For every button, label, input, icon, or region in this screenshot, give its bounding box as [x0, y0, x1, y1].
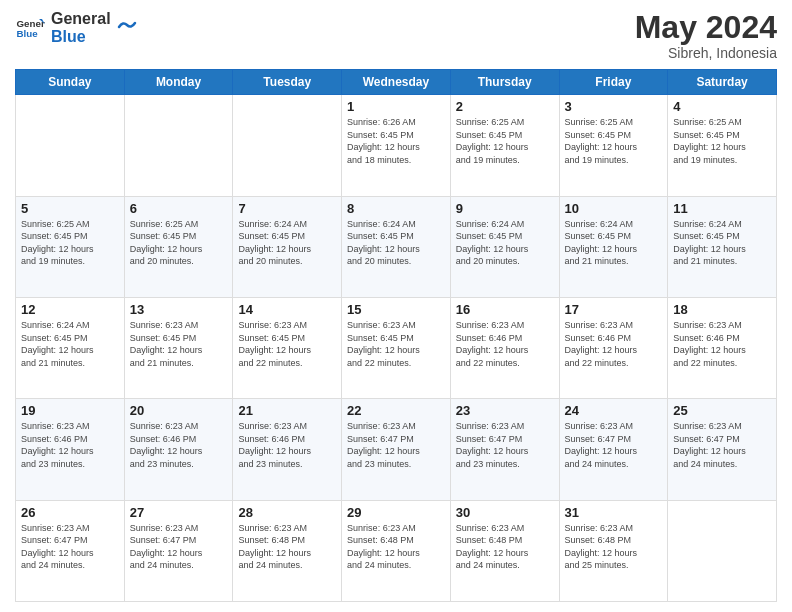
calendar-week-row: 12Sunrise: 6:24 AM Sunset: 6:45 PM Dayli… — [16, 297, 777, 398]
day-number: 4 — [673, 99, 771, 114]
day-info: Sunrise: 6:23 AM Sunset: 6:47 PM Dayligh… — [21, 522, 119, 572]
table-row: 16Sunrise: 6:23 AM Sunset: 6:46 PM Dayli… — [450, 297, 559, 398]
day-info: Sunrise: 6:23 AM Sunset: 6:48 PM Dayligh… — [238, 522, 336, 572]
day-number: 24 — [565, 403, 663, 418]
day-number: 29 — [347, 505, 445, 520]
location: Sibreh, Indonesia — [635, 45, 777, 61]
day-info: Sunrise: 6:23 AM Sunset: 6:46 PM Dayligh… — [565, 319, 663, 369]
day-info: Sunrise: 6:23 AM Sunset: 6:46 PM Dayligh… — [456, 319, 554, 369]
table-row: 4Sunrise: 6:25 AM Sunset: 6:45 PM Daylig… — [668, 95, 777, 196]
calendar-table: Sunday Monday Tuesday Wednesday Thursday… — [15, 69, 777, 602]
day-info: Sunrise: 6:24 AM Sunset: 6:45 PM Dayligh… — [673, 218, 771, 268]
logo-icon: General Blue — [15, 13, 45, 43]
day-number: 20 — [130, 403, 228, 418]
day-number: 21 — [238, 403, 336, 418]
month-year: May 2024 — [635, 10, 777, 45]
day-info: Sunrise: 6:23 AM Sunset: 6:47 PM Dayligh… — [673, 420, 771, 470]
day-info: Sunrise: 6:23 AM Sunset: 6:47 PM Dayligh… — [565, 420, 663, 470]
col-friday: Friday — [559, 70, 668, 95]
day-number: 26 — [21, 505, 119, 520]
day-info: Sunrise: 6:23 AM Sunset: 6:48 PM Dayligh… — [565, 522, 663, 572]
day-info: Sunrise: 6:23 AM Sunset: 6:46 PM Dayligh… — [673, 319, 771, 369]
logo-subtext: Blue — [51, 28, 111, 46]
table-row: 26Sunrise: 6:23 AM Sunset: 6:47 PM Dayli… — [16, 500, 125, 601]
day-number: 12 — [21, 302, 119, 317]
col-monday: Monday — [124, 70, 233, 95]
table-row: 1Sunrise: 6:26 AM Sunset: 6:45 PM Daylig… — [342, 95, 451, 196]
calendar-week-row: 1Sunrise: 6:26 AM Sunset: 6:45 PM Daylig… — [16, 95, 777, 196]
day-number: 3 — [565, 99, 663, 114]
table-row — [233, 95, 342, 196]
day-number: 14 — [238, 302, 336, 317]
table-row: 13Sunrise: 6:23 AM Sunset: 6:45 PM Dayli… — [124, 297, 233, 398]
table-row: 17Sunrise: 6:23 AM Sunset: 6:46 PM Dayli… — [559, 297, 668, 398]
table-row — [16, 95, 125, 196]
table-row: 21Sunrise: 6:23 AM Sunset: 6:46 PM Dayli… — [233, 399, 342, 500]
table-row: 22Sunrise: 6:23 AM Sunset: 6:47 PM Dayli… — [342, 399, 451, 500]
day-info: Sunrise: 6:23 AM Sunset: 6:45 PM Dayligh… — [238, 319, 336, 369]
col-sunday: Sunday — [16, 70, 125, 95]
day-info: Sunrise: 6:24 AM Sunset: 6:45 PM Dayligh… — [347, 218, 445, 268]
table-row: 9Sunrise: 6:24 AM Sunset: 6:45 PM Daylig… — [450, 196, 559, 297]
table-row: 28Sunrise: 6:23 AM Sunset: 6:48 PM Dayli… — [233, 500, 342, 601]
day-number: 17 — [565, 302, 663, 317]
table-row: 31Sunrise: 6:23 AM Sunset: 6:48 PM Dayli… — [559, 500, 668, 601]
day-number: 15 — [347, 302, 445, 317]
table-row: 19Sunrise: 6:23 AM Sunset: 6:46 PM Dayli… — [16, 399, 125, 500]
table-row: 2Sunrise: 6:25 AM Sunset: 6:45 PM Daylig… — [450, 95, 559, 196]
col-tuesday: Tuesday — [233, 70, 342, 95]
day-number: 28 — [238, 505, 336, 520]
day-info: Sunrise: 6:23 AM Sunset: 6:46 PM Dayligh… — [130, 420, 228, 470]
table-row: 20Sunrise: 6:23 AM Sunset: 6:46 PM Dayli… — [124, 399, 233, 500]
calendar-week-row: 26Sunrise: 6:23 AM Sunset: 6:47 PM Dayli… — [16, 500, 777, 601]
day-number: 5 — [21, 201, 119, 216]
table-row: 12Sunrise: 6:24 AM Sunset: 6:45 PM Dayli… — [16, 297, 125, 398]
col-thursday: Thursday — [450, 70, 559, 95]
day-info: Sunrise: 6:24 AM Sunset: 6:45 PM Dayligh… — [21, 319, 119, 369]
day-info: Sunrise: 6:23 AM Sunset: 6:46 PM Dayligh… — [238, 420, 336, 470]
table-row: 7Sunrise: 6:24 AM Sunset: 6:45 PM Daylig… — [233, 196, 342, 297]
day-info: Sunrise: 6:26 AM Sunset: 6:45 PM Dayligh… — [347, 116, 445, 166]
day-number: 10 — [565, 201, 663, 216]
table-row: 24Sunrise: 6:23 AM Sunset: 6:47 PM Dayli… — [559, 399, 668, 500]
logo-text: General — [51, 10, 111, 28]
calendar-week-row: 5Sunrise: 6:25 AM Sunset: 6:45 PM Daylig… — [16, 196, 777, 297]
day-info: Sunrise: 6:25 AM Sunset: 6:45 PM Dayligh… — [565, 116, 663, 166]
day-number: 7 — [238, 201, 336, 216]
table-row: 27Sunrise: 6:23 AM Sunset: 6:47 PM Dayli… — [124, 500, 233, 601]
calendar-header-row: Sunday Monday Tuesday Wednesday Thursday… — [16, 70, 777, 95]
page: General Blue General Blue May 2024 Sibre… — [0, 0, 792, 612]
day-number: 23 — [456, 403, 554, 418]
day-info: Sunrise: 6:23 AM Sunset: 6:48 PM Dayligh… — [347, 522, 445, 572]
table-row: 15Sunrise: 6:23 AM Sunset: 6:45 PM Dayli… — [342, 297, 451, 398]
table-row: 14Sunrise: 6:23 AM Sunset: 6:45 PM Dayli… — [233, 297, 342, 398]
day-number: 11 — [673, 201, 771, 216]
day-info: Sunrise: 6:23 AM Sunset: 6:46 PM Dayligh… — [21, 420, 119, 470]
day-info: Sunrise: 6:25 AM Sunset: 6:45 PM Dayligh… — [456, 116, 554, 166]
table-row: 6Sunrise: 6:25 AM Sunset: 6:45 PM Daylig… — [124, 196, 233, 297]
day-info: Sunrise: 6:24 AM Sunset: 6:45 PM Dayligh… — [565, 218, 663, 268]
table-row — [124, 95, 233, 196]
day-info: Sunrise: 6:23 AM Sunset: 6:47 PM Dayligh… — [130, 522, 228, 572]
col-saturday: Saturday — [668, 70, 777, 95]
table-row: 23Sunrise: 6:23 AM Sunset: 6:47 PM Dayli… — [450, 399, 559, 500]
day-number: 6 — [130, 201, 228, 216]
header: General Blue General Blue May 2024 Sibre… — [15, 10, 777, 61]
day-info: Sunrise: 6:23 AM Sunset: 6:47 PM Dayligh… — [347, 420, 445, 470]
day-info: Sunrise: 6:23 AM Sunset: 6:45 PM Dayligh… — [130, 319, 228, 369]
table-row: 30Sunrise: 6:23 AM Sunset: 6:48 PM Dayli… — [450, 500, 559, 601]
day-info: Sunrise: 6:24 AM Sunset: 6:45 PM Dayligh… — [238, 218, 336, 268]
day-number: 19 — [21, 403, 119, 418]
table-row: 11Sunrise: 6:24 AM Sunset: 6:45 PM Dayli… — [668, 196, 777, 297]
day-number: 30 — [456, 505, 554, 520]
calendar-week-row: 19Sunrise: 6:23 AM Sunset: 6:46 PM Dayli… — [16, 399, 777, 500]
day-number: 9 — [456, 201, 554, 216]
day-info: Sunrise: 6:23 AM Sunset: 6:45 PM Dayligh… — [347, 319, 445, 369]
day-number: 31 — [565, 505, 663, 520]
title-block: May 2024 Sibreh, Indonesia — [635, 10, 777, 61]
table-row: 25Sunrise: 6:23 AM Sunset: 6:47 PM Dayli… — [668, 399, 777, 500]
day-info: Sunrise: 6:24 AM Sunset: 6:45 PM Dayligh… — [456, 218, 554, 268]
day-info: Sunrise: 6:23 AM Sunset: 6:47 PM Dayligh… — [456, 420, 554, 470]
day-number: 27 — [130, 505, 228, 520]
day-number: 18 — [673, 302, 771, 317]
